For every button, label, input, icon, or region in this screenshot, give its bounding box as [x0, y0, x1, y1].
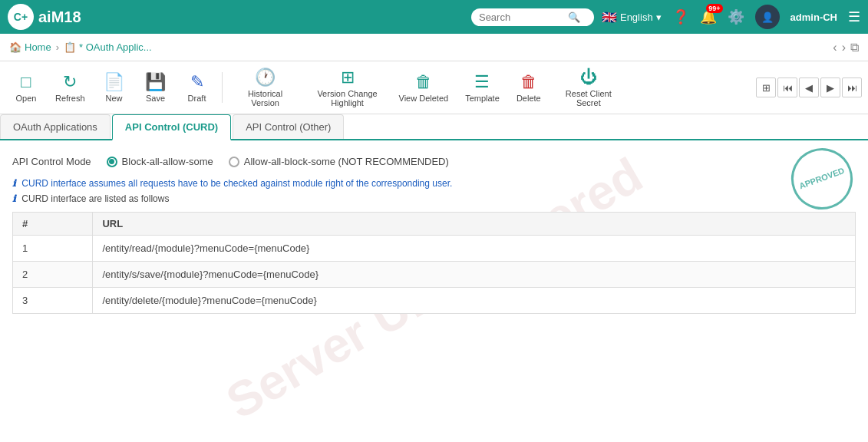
avatar: 👤 — [755, 5, 780, 29]
template-button[interactable]: ☰ Template — [457, 69, 507, 106]
next-record-button[interactable]: ▶ — [820, 78, 840, 97]
info-line-2: ℹ CURD interface are listed as follows — [12, 193, 856, 204]
historical-label: Historical Version — [235, 89, 296, 107]
language-label: English — [620, 12, 653, 23]
document-icon: 📋 — [64, 41, 76, 53]
historical-button[interactable]: 🕐 Historical Version — [227, 64, 304, 110]
logo-text: aiM18 — [38, 8, 81, 26]
curd-table: # URL 1 /entity/read/{module}?menuCode={… — [12, 212, 856, 314]
cell-url: /entity/delete/{module}?menuCode={menuCo… — [93, 288, 856, 314]
tab-oauth-label: OAuth Applications — [13, 121, 97, 133]
new-button[interactable]: 📄 New — [94, 69, 134, 106]
notification-button[interactable]: 🔔 99+ — [700, 8, 717, 25]
tab-curd-label: API Control (CURD) — [125, 121, 218, 133]
radio-allow-all-label: Allow-all-block-some (NOT RECOMMENDED) — [244, 156, 449, 167]
info-icon-2: ℹ — [12, 193, 16, 204]
hamburger-icon[interactable]: ☰ — [848, 8, 860, 25]
breadcrumb-home[interactable]: 🏠 Home — [9, 41, 51, 53]
draft-icon: ✎ — [190, 72, 204, 92]
avatar-icon: 👤 — [761, 12, 774, 23]
delete-label: Delete — [517, 94, 541, 103]
version-change-label: Version Change Highlight — [313, 89, 382, 107]
toolbar-nav-group: ⊞ ⏮ ◀ ▶ ⏭ — [756, 78, 862, 97]
new-icon: 📄 — [104, 72, 124, 92]
logo-icon: C+ — [8, 4, 34, 30]
logo-symbol: C+ — [14, 11, 28, 23]
col-header-url: URL — [93, 213, 856, 236]
toolbar-separator-1 — [222, 72, 223, 103]
cell-num: 3 — [13, 288, 93, 314]
cell-url: /entity/s/save/{module}?menuCode={menuCo… — [93, 262, 856, 288]
help-icon[interactable]: ❓ — [672, 8, 689, 25]
col-header-num: # — [13, 213, 93, 236]
api-control-mode-label: API Control Mode — [12, 156, 91, 167]
breadcrumb-nav: ‹ › ⧉ — [833, 41, 859, 54]
draft-label: Draft — [188, 94, 206, 103]
radio-block-all-circle[interactable] — [107, 157, 117, 167]
tab-api-control-curd[interactable]: API Control (CURD) — [112, 114, 231, 140]
open-label: Open — [16, 94, 37, 103]
search-icon: 🔍 — [568, 12, 580, 23]
info-line-1: ℹ CURD interface assumes all requests ha… — [12, 178, 856, 189]
layers-icon[interactable]: ⧉ — [850, 41, 859, 54]
tabs-bar: OAuth Applications API Control (CURD) AP… — [0, 114, 868, 140]
chevron-down-icon: ▾ — [656, 12, 662, 23]
cell-num: 2 — [13, 262, 93, 288]
notification-badge: 99+ — [706, 4, 722, 13]
save-button[interactable]: 💾 Save — [136, 69, 176, 106]
version-change-button[interactable]: ⊞ Version Change Highlight — [305, 64, 390, 110]
delete-icon: 🗑 — [520, 72, 537, 92]
breadcrumb-separator: › — [56, 41, 59, 53]
open-icon: □ — [21, 72, 31, 92]
cell-url: /entity/read/{module}?menuCode={menuCode… — [93, 236, 856, 262]
flag-icon: 🇬🇧 — [602, 10, 617, 25]
refresh-label: Refresh — [55, 94, 85, 103]
cell-num: 1 — [13, 236, 93, 262]
logo: C+ aiM18 — [8, 4, 130, 30]
template-label: Template — [465, 94, 500, 103]
radio-block-all[interactable]: Block-all-allow-some — [107, 156, 213, 167]
toolbar: □ Open ↻ Refresh 📄 New 💾 Save ✎ Draft 🕐 … — [0, 61, 868, 114]
reset-secret-button[interactable]: ⏻ Reset Client Secret — [550, 64, 627, 110]
table-row: 2 /entity/s/save/{module}?menuCode={menu… — [13, 262, 856, 288]
grid-view-button[interactable]: ⊞ — [756, 78, 776, 97]
topbar-actions: 🇬🇧 English ▾ ❓ 🔔 99+ ⚙️ 👤 admin-CH ☰ — [602, 5, 860, 29]
reset-secret-icon: ⏻ — [580, 68, 597, 87]
api-control-mode-row: API Control Mode Block-all-allow-some Al… — [12, 150, 856, 173]
back-nav-button[interactable]: ‹ — [833, 41, 837, 54]
new-label: New — [106, 94, 123, 103]
view-deleted-label: View Deleted — [399, 94, 449, 103]
language-button[interactable]: 🇬🇧 English ▾ — [602, 10, 662, 25]
version-change-icon: ⊞ — [341, 68, 355, 87]
view-deleted-icon: 🗑 — [415, 72, 432, 92]
radio-allow-all[interactable]: Allow-all-block-some (NOT RECOMMENDED) — [229, 156, 449, 167]
refresh-icon: ↻ — [63, 72, 77, 92]
radio-allow-all-circle[interactable] — [229, 157, 239, 167]
first-record-button[interactable]: ⏮ — [777, 78, 797, 97]
radio-block-all-label: Block-all-allow-some — [122, 156, 213, 167]
last-record-button[interactable]: ⏭ — [842, 78, 862, 97]
info-text-1: CURD interface assumes all requests have… — [21, 178, 452, 189]
delete-button[interactable]: 🗑 Delete — [509, 69, 549, 106]
breadcrumb-bar: 🏠 Home › 📋 * OAuth Applic... ‹ › ⧉ — [0, 34, 868, 61]
tab-oauth-applications[interactable]: OAuth Applications — [0, 114, 111, 139]
prev-record-button[interactable]: ◀ — [799, 78, 819, 97]
search-input[interactable] — [479, 12, 563, 23]
historical-icon: 🕐 — [255, 68, 276, 87]
admin-name: admin-CH — [790, 12, 837, 23]
refresh-button[interactable]: ↻ Refresh — [48, 69, 93, 106]
forward-nav-button[interactable]: › — [842, 41, 846, 54]
search-box[interactable]: 🔍 — [471, 8, 594, 26]
breadcrumb-current[interactable]: 📋 * OAuth Applic... — [64, 41, 152, 53]
save-label: Save — [146, 94, 165, 103]
view-deleted-button[interactable]: 🗑 View Deleted — [391, 69, 457, 106]
table-row: 3 /entity/delete/{module}?menuCode={menu… — [13, 288, 856, 314]
tab-api-control-other[interactable]: API Control (Other) — [233, 114, 344, 139]
open-button[interactable]: □ Open — [6, 69, 46, 106]
draft-button[interactable]: ✎ Draft — [177, 69, 217, 106]
save-icon: 💾 — [145, 72, 166, 92]
template-icon: ☰ — [474, 72, 490, 92]
gear-icon[interactable]: ⚙️ — [728, 8, 744, 25]
breadcrumb-current-label: * OAuth Applic... — [79, 41, 152, 53]
table-row: 1 /entity/read/{module}?menuCode={menuCo… — [13, 236, 856, 262]
